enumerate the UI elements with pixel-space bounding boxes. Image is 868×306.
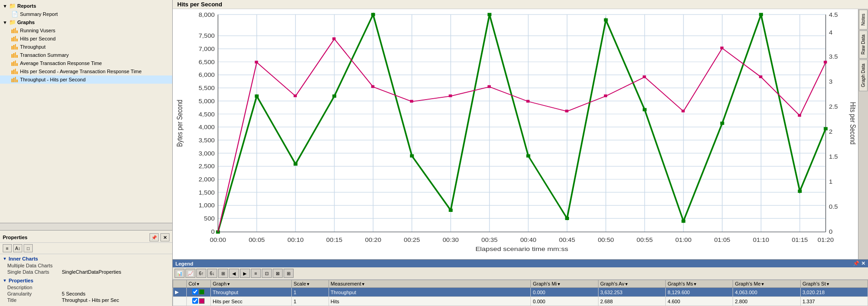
col-checkbox[interactable]: Col▼ [186, 280, 210, 288]
sidebar-section-graphs[interactable]: ▼ 📁 Graphs [0, 18, 172, 26]
properties-sub-label: Properties [9, 278, 33, 283]
row-checkbox-0[interactable] [186, 288, 210, 297]
svg-rect-88 [332, 95, 336, 98]
checkbox-0[interactable] [192, 289, 198, 295]
col-graph[interactable]: Graph▼ [211, 280, 292, 288]
tab-raw-data[interactable]: Raw Data [859, 30, 868, 59]
col-avg[interactable]: Graph's Av▼ [598, 280, 665, 288]
tab-notes[interactable]: Notes [859, 10, 868, 30]
legend-btn-11[interactable]: ⊞ [284, 269, 294, 278]
row-avg-1: 2.688 [598, 297, 665, 306]
legend-btn-9[interactable]: ⊡ [262, 269, 272, 278]
svg-rect-102 [255, 61, 258, 64]
svg-text:00:55: 00:55 [637, 237, 653, 243]
sidebar-item-throughput-hits[interactable]: Throughput - Hits per Second [0, 75, 172, 84]
svg-text:3,000: 3,000 [199, 150, 215, 157]
legend-pin-button[interactable]: 📌 [853, 261, 859, 266]
legend-btn-4[interactable]: 6↓ [207, 269, 217, 278]
hits-per-second-label: Hits per Second [20, 36, 55, 41]
sidebar-item-hits-avg[interactable]: Hits per Second - Average Transaction Re… [0, 67, 172, 75]
chart-area: 0 500 1,000 1,500 2,000 2,500 3,000 3,50… [173, 9, 858, 259]
sidebar-section-reports[interactable]: ▼ 📁 Reports [0, 2, 172, 10]
row-std-0: 3,020.218 [800, 288, 868, 297]
sidebar-item-avg-response[interactable]: Average Transaction Response Time [0, 59, 172, 67]
sidebar-item-transaction-summary[interactable]: Transaction Summary [0, 51, 172, 59]
svg-text:Hits per Second: Hits per Second [849, 102, 857, 144]
legend-row-1[interactable]: Hits per Secc 1 Hits 0.000 2.688 4.600 2… [173, 297, 868, 306]
svg-rect-99 [759, 13, 763, 16]
col-measurement[interactable]: Measurement▼ [329, 280, 531, 288]
checkbox-1[interactable] [192, 298, 198, 304]
svg-rect-91 [449, 209, 453, 212]
legend-btn-7[interactable]: ▶ [240, 269, 250, 278]
close-button[interactable]: ✕ [160, 233, 170, 241]
legend-btn-10[interactable]: ⊠ [273, 269, 283, 278]
svg-rect-86 [255, 95, 259, 98]
sidebar-hscroll[interactable] [0, 223, 172, 230]
svg-rect-96 [643, 108, 647, 111]
svg-text:1,500: 1,500 [199, 190, 215, 196]
legend-header-row: Col▼ Graph▼ Scale▼ Measurement▼ Graph's … [173, 280, 868, 288]
tab-graph-data[interactable]: Graph Data [859, 60, 868, 91]
svg-text:00:10: 00:10 [288, 237, 304, 243]
row-scale-0: 1 [291, 288, 329, 297]
prop-page-button[interactable]: □ [24, 244, 33, 252]
col-scale[interactable]: Scale▼ [291, 280, 329, 288]
prop-label-multiple: Multiple Data Charts [7, 263, 62, 268]
svg-text:Elapsed scenario time mm:ss: Elapsed scenario time mm:ss [475, 246, 568, 252]
col-std[interactable]: Graph's St▼ [800, 280, 868, 288]
bar-icon-2 [11, 35, 18, 42]
legend-close-button[interactable]: ✕ [861, 261, 865, 266]
sort-cat-button[interactable]: ≡ [3, 244, 12, 252]
svg-rect-0 [173, 9, 858, 259]
properties-sub-header[interactable]: ▼ Properties [3, 277, 170, 284]
hits-avg-label: Hits per Second - Average Transaction Re… [20, 69, 142, 74]
reports-arrow: ▼ [3, 4, 7, 9]
svg-rect-104 [332, 37, 335, 40]
col-min[interactable]: Graph's Mi▼ [531, 280, 598, 288]
svg-rect-100 [798, 190, 802, 193]
row-measurement-1: Hits [329, 297, 531, 306]
svg-rect-115 [759, 75, 762, 78]
svg-text:1: 1 [829, 179, 833, 185]
legend-btn-1[interactable]: 📊 [175, 269, 185, 278]
svg-rect-109 [526, 100, 529, 103]
legend-btn-6[interactable]: ◀ [229, 269, 239, 278]
legend-btn-5[interactable]: ⊞ [218, 269, 228, 278]
legend-btn-3[interactable]: 6↑ [196, 269, 206, 278]
svg-text:8,000: 8,000 [199, 12, 215, 18]
properties-panel: Properties 📌 ✕ ≡ A↕ □ ▼ Inner Charts Mul… [0, 230, 172, 306]
sidebar-item-summary-report[interactable]: 📄 Summary Report [0, 10, 172, 18]
svg-text:01:20: 01:20 [818, 237, 834, 243]
col-median[interactable]: Graph's Me▼ [733, 280, 800, 288]
properties-sub-section: ▼ Properties Description Granularity 5 S… [0, 276, 172, 304]
svg-text:7,500: 7,500 [199, 33, 215, 39]
graphs-label: Graphs [17, 20, 35, 25]
sidebar-item-hits-per-second[interactable]: Hits per Second [0, 35, 172, 43]
svg-text:2: 2 [829, 129, 833, 135]
sidebar-item-running-vusers[interactable]: Running Vusers [0, 26, 172, 35]
pin-button[interactable]: 📌 [150, 233, 159, 241]
row-median-0: 4,063.000 [733, 288, 800, 297]
reports-label: Reports [17, 3, 36, 9]
legend-toolbar: 📊 📈 6↑ 6↓ ⊞ ◀ ▶ ≡ ⊡ ⊠ ⊞ [173, 267, 868, 280]
legend-row-0[interactable]: ▶ Throughput 1 Throughput 0.000 3,632.25… [173, 288, 868, 297]
tree-area: ▼ 📁 Reports 📄 Summary Report ▼ 📁 Graphs … [0, 0, 172, 223]
inner-charts-header[interactable]: ▼ Inner Charts [3, 255, 170, 262]
svg-text:00:00: 00:00 [210, 237, 226, 243]
svg-text:00:50: 00:50 [598, 237, 614, 243]
sidebar-item-throughput[interactable]: Throughput [0, 43, 172, 51]
row-checkbox-1[interactable] [186, 297, 210, 306]
chart-title-text: Hits per Second [177, 1, 222, 8]
svg-text:00:45: 00:45 [559, 237, 575, 243]
legend-btn-2[interactable]: 📈 [185, 269, 195, 278]
svg-text:3,500: 3,500 [199, 137, 215, 144]
col-max[interactable]: Graph's Ms▼ [666, 280, 733, 288]
chart-svg: 0 500 1,000 1,500 2,000 2,500 3,000 3,50… [173, 9, 858, 259]
legend-table: Col▼ Graph▼ Scale▼ Measurement▼ Graph's … [173, 280, 868, 306]
svg-text:00:30: 00:30 [443, 237, 459, 243]
svg-text:Bytes per Second: Bytes per Second [176, 100, 184, 147]
sort-alpha-button[interactable]: A↕ [13, 244, 22, 252]
legend-btn-8[interactable]: ≡ [251, 269, 261, 278]
col-arrow[interactable] [173, 280, 187, 288]
